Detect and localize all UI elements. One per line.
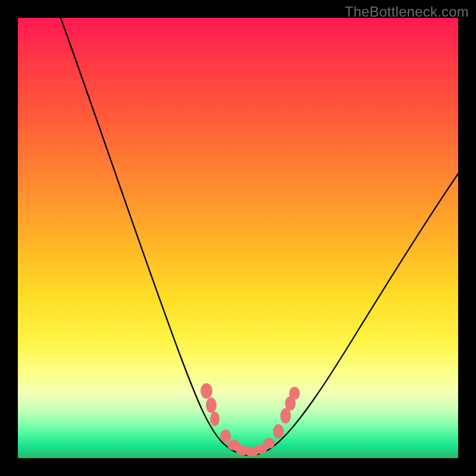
svg-point-8 xyxy=(263,438,275,449)
chart-frame: TheBottleneck.com xyxy=(0,0,476,476)
curve-markers xyxy=(201,383,300,456)
curve-path xyxy=(61,18,458,455)
svg-point-1 xyxy=(206,397,217,413)
svg-point-12 xyxy=(289,387,300,400)
bottleneck-curve xyxy=(18,18,458,458)
svg-point-10 xyxy=(280,408,291,424)
svg-point-2 xyxy=(210,412,220,426)
svg-point-0 xyxy=(201,383,212,399)
svg-point-3 xyxy=(220,430,231,443)
chart-plot-area xyxy=(18,18,458,458)
watermark-text: TheBottleneck.com xyxy=(345,4,469,20)
svg-point-9 xyxy=(273,424,284,439)
